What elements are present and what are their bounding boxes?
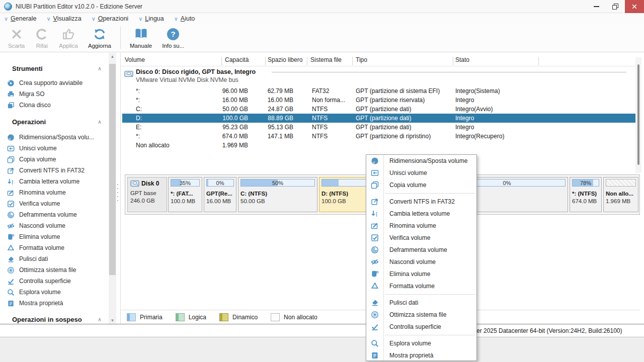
defrag-icon: [7, 211, 15, 219]
column-capacita[interactable]: Capacità: [225, 56, 249, 66]
column-stato[interactable]: Stato: [455, 56, 469, 66]
panel-bottom-border: [0, 323, 644, 324]
context-nascondi[interactable]: Nascondi volume: [366, 256, 476, 268]
redo-icon: [36, 27, 48, 41]
delete-icon: [371, 270, 379, 278]
sidebar-scrollbar[interactable]: ▲ ▼: [109, 53, 116, 324]
menu-lingua[interactable]: ∨Lingua: [138, 15, 164, 22]
context-converti[interactable]: Converti NTFS in FAT32: [366, 196, 476, 208]
sidebar-item-controlla[interactable]: Controlla superficie: [0, 276, 109, 287]
explore-icon: [7, 289, 15, 296]
context-esplora[interactable]: Esplora volume: [366, 337, 476, 349]
minimize-button[interactable]: [587, 0, 606, 13]
sidebar-item-cambia-lettera[interactable]: Cambia lettera volume: [0, 176, 109, 187]
context-elimina[interactable]: Elimina volume: [366, 268, 476, 280]
splitter-handle[interactable]: [116, 184, 119, 201]
convert-icon: [7, 167, 15, 174]
context-controlla[interactable]: Controlla superficie: [366, 321, 476, 333]
close-button[interactable]: [625, 0, 644, 13]
context-pulisci[interactable]: Pulisci dati: [366, 297, 476, 309]
scrollbar-thumb[interactable]: [637, 64, 639, 165]
sidebar-section-operazioni[interactable]: Operazioni ∧: [0, 117, 109, 126]
menu-separator: [366, 191, 476, 196]
sidebar-item-formatta[interactable]: Formatta volume: [0, 242, 109, 253]
table-row-msr[interactable]: *:16.00 MB16.00 MBNon forma...GPT (parti…: [122, 96, 635, 105]
redo-button[interactable]: Rifai: [30, 24, 54, 52]
table-row-d-selected[interactable]: D:100.0 GB88.89 GBNTFSGPT (partizione da…: [122, 114, 635, 123]
menu-aiuto[interactable]: ∨Aiuto: [174, 15, 195, 22]
disk-map-block-unallocated[interactable]: Non allo... 1.969 MB: [603, 177, 638, 212]
column-separator: [352, 57, 353, 65]
sidebar-item-converti[interactable]: Converti NTFS in FAT32: [0, 165, 109, 176]
sidebar-item-verifica[interactable]: Verifica volume: [0, 198, 109, 209]
surface-icon: [371, 323, 379, 331]
question-icon: ?: [167, 27, 179, 41]
disk-drive-icon: [130, 179, 139, 188]
context-unisci[interactable]: Unisci volume: [366, 167, 476, 179]
refresh-button[interactable]: Aggiorna: [83, 24, 116, 52]
column-spazio-libero[interactable]: Spazio libero: [268, 56, 302, 66]
sidebar-item-ridimensiona[interactable]: Ridimensiona/Sposta volu...: [0, 132, 109, 143]
menu-operazioni[interactable]: ∨Operazioni: [92, 15, 129, 22]
context-verifica[interactable]: Verifica volume: [366, 232, 476, 244]
rename-icon: [7, 189, 15, 197]
scrollbar-thumb[interactable]: [109, 64, 116, 275]
sidebar-item-esplora[interactable]: Esplora volume: [0, 287, 109, 298]
primary-swatch-icon: [127, 313, 136, 321]
hide-icon: [7, 222, 15, 230]
sidebar-item-rinomina[interactable]: Rinomina volume: [0, 187, 109, 198]
column-sistema-file[interactable]: Sistema file: [310, 56, 342, 66]
disk-group-title[interactable]: Disco 0: Disco rigido, GPT base, Integro: [136, 68, 256, 75]
disk-map-block-c[interactable]: 50% C: (NTFS) 50.00 GB: [238, 177, 317, 212]
manual-button[interactable]: Manuale: [125, 24, 157, 52]
table-scrollbar[interactable]: [635, 57, 641, 173]
menu-visualizza[interactable]: ∨Visualizza: [47, 15, 82, 22]
sidebar-section-strumenti[interactable]: Strumenti ∧: [0, 64, 109, 73]
sidebar-item-clona-disco[interactable]: Clona disco: [0, 100, 109, 111]
menu-generale[interactable]: ∨Generale: [4, 15, 37, 22]
context-mostra-proprieta[interactable]: Mostra proprietà: [366, 349, 476, 361]
context-ottimizza[interactable]: Ottimizza sistema file: [366, 309, 476, 321]
scroll-up-icon[interactable]: ▲: [109, 53, 116, 60]
legend-primaria: Primaria: [127, 313, 163, 321]
letter-icon: [7, 178, 15, 186]
sidebar-item-elimina[interactable]: Elimina volume: [0, 231, 109, 242]
apply-button[interactable]: Applica: [54, 24, 83, 52]
sidebar-item-deframmenta[interactable]: Deframmenta volume: [0, 209, 109, 220]
disk-map-block-recovery[interactable]: 78% *: (NTFS) 674.0 MB: [570, 177, 602, 212]
context-copia[interactable]: Copia volume: [366, 179, 476, 191]
explore-icon: [371, 339, 379, 347]
merge-icon: [7, 145, 15, 152]
sidebar-item-nascondi[interactable]: Nascondi volume: [0, 220, 109, 231]
sidebar-item-mostra-proprieta[interactable]: Mostra proprietà: [0, 298, 109, 309]
sidebar-item-pulisci[interactable]: Pulisci dati: [0, 253, 109, 264]
sidebar-item-migra-so[interactable]: Migra SO: [0, 88, 109, 100]
context-formatta[interactable]: Formatta volume: [366, 280, 476, 292]
column-volume[interactable]: Volume: [125, 56, 145, 66]
restore-button[interactable]: [606, 0, 625, 13]
letter-icon: [371, 210, 379, 218]
disk-drive-icon: [124, 69, 133, 78]
about-button[interactable]: ? Info su...: [157, 24, 189, 52]
table-row-c[interactable]: C:50.00 GB24.87 GBNTFSGPT (partizione da…: [122, 105, 635, 114]
context-rinomina[interactable]: Rinomina volume: [366, 220, 476, 232]
sidebar-item-copia[interactable]: Copia volume: [0, 154, 109, 165]
properties-icon: [7, 300, 15, 307]
context-ridimensiona[interactable]: Ridimensiona/Sposta volume: [366, 155, 476, 167]
table-row-unallocated[interactable]: Non allocato1.969 MB: [122, 141, 635, 150]
disk-map-disk-info[interactable]: Disk 0 GPT base 246.0 GB: [127, 177, 167, 212]
table-row-recovery[interactable]: *:674.0 MB147.1 MBNTFSGPT (partizione di…: [122, 132, 635, 141]
sidebar-section-operazioni-sospeso[interactable]: Operazioni in sospeso ∧: [0, 315, 109, 324]
sidebar-item-ottimizza[interactable]: Ottimizza sistema file: [0, 264, 109, 276]
sidebar-item-crea-supporto[interactable]: Crea supporto avviabile: [0, 77, 109, 88]
disk-map-block-msr[interactable]: 0% GPT(Re... 16.00 MB: [204, 177, 236, 212]
disk-map-block-efi[interactable]: 35% *: (FAT... 100.0 MB: [168, 177, 202, 212]
table-row-e[interactable]: E:95.23 GB95.13 GBNTFSGPT (partizione da…: [122, 123, 635, 132]
undo-button[interactable]: Scarta: [3, 24, 30, 52]
column-separator: [265, 57, 266, 65]
sidebar-item-unisci[interactable]: Unisci volume: [0, 143, 109, 154]
context-cambia-lettera[interactable]: Cambia lettera volume: [366, 208, 476, 220]
table-row-efi[interactable]: *:96.00 MB62.79 MBFAT32GPT (partizione d…: [122, 86, 635, 96]
context-deframmenta[interactable]: Deframmenta volume: [366, 244, 476, 256]
column-tipo[interactable]: Tipo: [356, 56, 367, 66]
